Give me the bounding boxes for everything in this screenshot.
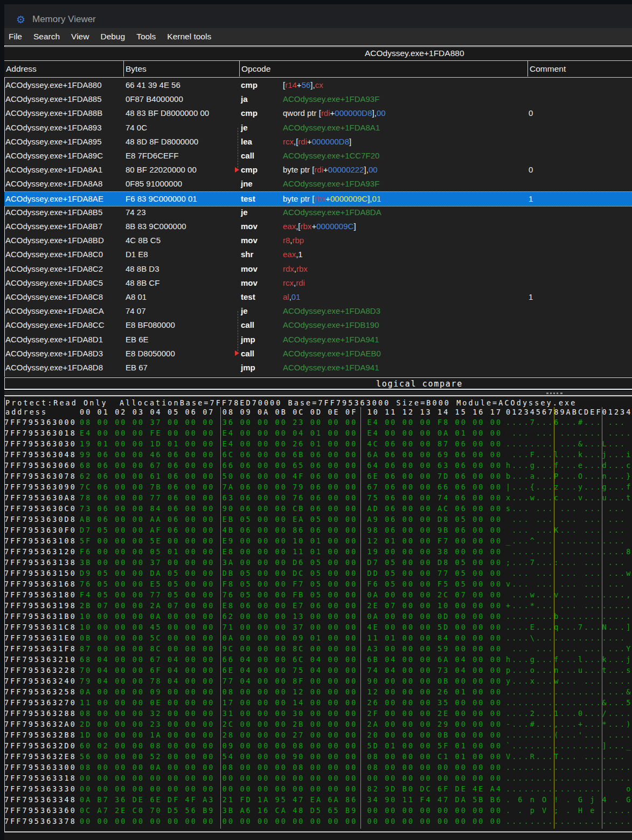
hex-byte[interactable]: 00	[345, 773, 357, 784]
hex-byte[interactable]: 19	[80, 439, 92, 450]
hex-byte[interactable]: 00	[168, 816, 179, 827]
hex-byte[interactable]: 00	[328, 622, 339, 633]
hex-byte[interactable]: 00	[345, 676, 357, 687]
hex-byte[interactable]: 00	[437, 805, 449, 816]
hex-byte[interactable]: 00	[275, 762, 287, 773]
hex-byte[interactable]: 00	[115, 676, 127, 687]
hex-byte[interactable]: 00	[473, 719, 484, 730]
disasm-row[interactable]: ACOdyssey.exe+1FDA88066 41 39 4E 56cmp[r…	[4, 78, 632, 92]
hex-byte[interactable]: 00	[185, 644, 197, 655]
hex-byte[interactable]: 04	[385, 655, 397, 665]
hex-byte[interactable]: 36	[115, 795, 127, 805]
hex-byte[interactable]: 00	[473, 428, 484, 439]
hex-byte[interactable]: 74	[437, 493, 449, 504]
hex-byte[interactable]: E4	[367, 417, 379, 428]
hex-byte[interactable]: 06	[168, 493, 179, 504]
hex-byte[interactable]: 6C	[223, 450, 234, 460]
hex-ascii[interactable]: ....2...1...0.../....	[506, 708, 632, 719]
hex-byte[interactable]: 00	[275, 601, 287, 611]
hex-byte[interactable]: 00	[473, 557, 484, 568]
disasm-row[interactable]: ACOdyssey.exe+1FDA8CA74 07jeACOdyssey.ex…	[4, 304, 632, 318]
hex-byte[interactable]: 05	[98, 579, 109, 590]
hex-byte[interactable]: 00	[328, 633, 339, 644]
hex-byte[interactable]: 7A	[223, 482, 234, 493]
hex-byte[interactable]: 00	[275, 450, 287, 460]
hex-byte[interactable]: 00	[385, 816, 397, 827]
hex-byte[interactable]: 00	[258, 741, 269, 752]
hex-byte[interactable]: DC	[420, 784, 432, 795]
hex-byte[interactable]: 00	[258, 622, 269, 633]
hex-byte[interactable]: 00	[115, 514, 127, 525]
hex-byte[interactable]: 00	[275, 525, 287, 536]
hex-ascii[interactable]: . . p V ; . H e .....	[506, 805, 632, 816]
hex-byte[interactable]: 00	[402, 730, 414, 741]
hex-byte[interactable]: 00	[455, 633, 467, 644]
hex-byte[interactable]: 08	[150, 741, 162, 752]
hex-byte[interactable]: 00	[420, 514, 432, 525]
hex-byte[interactable]: 00	[473, 730, 484, 741]
hex-byte[interactable]: 00	[402, 719, 414, 730]
hex-byte[interactable]: 08	[367, 752, 379, 762]
hex-byte[interactable]: 00	[328, 816, 339, 827]
hex-byte[interactable]: 00	[185, 698, 197, 708]
hex-byte[interactable]: 00	[420, 611, 432, 622]
hex-byte[interactable]: 00	[203, 504, 214, 514]
disasm-row[interactable]: ACOdyssey.exe+1FDA89CE8 7FD6CEFFcallACOd…	[4, 149, 632, 163]
hex-byte[interactable]: 00	[185, 762, 197, 773]
hex-byte[interactable]: 17	[223, 698, 234, 708]
hex-byte[interactable]: 00	[133, 665, 144, 676]
hex-byte[interactable]: 00	[133, 568, 144, 579]
hex-byte[interactable]: 00	[385, 805, 397, 816]
hex-byte[interactable]: 00	[473, 601, 484, 611]
hex-byte[interactable]: 50	[223, 471, 234, 482]
hex-byte[interactable]: 00	[328, 439, 339, 450]
hex-byte[interactable]: 2B	[80, 601, 92, 611]
hex-byte[interactable]: 05	[240, 590, 252, 601]
hex-byte[interactable]: 00	[275, 428, 287, 439]
hex-byte[interactable]: F7	[293, 579, 304, 590]
hex-byte[interactable]: 00	[490, 762, 502, 773]
hex-byte[interactable]: 76	[293, 493, 304, 504]
hex-byte[interactable]: E8	[223, 601, 234, 611]
hex-byte[interactable]: 00	[185, 471, 197, 482]
hex-byte[interactable]: 06	[310, 471, 322, 482]
hex-byte[interactable]: 00	[240, 730, 252, 741]
hex-byte[interactable]: 00	[203, 601, 214, 611]
hex-byte[interactable]: 00	[345, 730, 357, 741]
hex-byte[interactable]: 06	[240, 471, 252, 482]
hex-byte[interactable]: 2C	[223, 719, 234, 730]
hex-byte[interactable]: 00	[490, 633, 502, 644]
hex-byte[interactable]: 00	[385, 773, 397, 784]
hex-byte[interactable]: 05	[168, 579, 179, 590]
disasm-row[interactable]: ACOdyssey.exe+1FDA8D1EB 6EjmpACOdyssey.e…	[4, 333, 632, 347]
hex-byte[interactable]: 00	[185, 428, 197, 439]
hex-byte[interactable]: 00	[402, 482, 414, 493]
disasm-row[interactable]: ACOdyssey.exe+1FDA8CCE8 BF080000callACOd…	[4, 318, 632, 332]
hex-byte[interactable]: 00	[473, 773, 484, 784]
hex-byte[interactable]: 47	[437, 795, 449, 805]
hex-byte[interactable]: 6A	[367, 450, 379, 460]
hex-byte[interactable]: 00	[133, 493, 144, 504]
hex-byte[interactable]: 06	[385, 504, 397, 514]
hex-byte[interactable]: 00	[275, 514, 287, 525]
hex-byte[interactable]: 00	[258, 428, 269, 439]
hex-byte[interactable]: 8C	[150, 644, 162, 655]
hex-byte[interactable]: 0C	[80, 805, 92, 816]
hex-byte[interactable]: 00	[203, 493, 214, 504]
hex-byte[interactable]: 00	[185, 482, 197, 493]
hex-byte[interactable]: 00	[310, 622, 322, 633]
hex-byte[interactable]: 00	[490, 773, 502, 784]
hex-byte[interactable]: 00	[310, 730, 322, 741]
hex-byte[interactable]: 00	[385, 687, 397, 698]
hex-byte[interactable]: 12	[367, 536, 379, 547]
hex-byte[interactable]: 00	[258, 752, 269, 762]
hex-byte[interactable]: 00	[275, 676, 287, 687]
hex-byte[interactable]: 00	[385, 622, 397, 633]
hex-byte[interactable]: 0A	[80, 795, 92, 805]
hex-byte[interactable]: 90	[367, 676, 379, 687]
hex-byte[interactable]: 00	[98, 622, 109, 633]
hex-byte[interactable]: D5	[168, 805, 179, 816]
hex-byte[interactable]: 00	[455, 708, 467, 719]
hex-byte[interactable]: B7	[98, 795, 109, 805]
hex-byte[interactable]: 00	[310, 816, 322, 827]
